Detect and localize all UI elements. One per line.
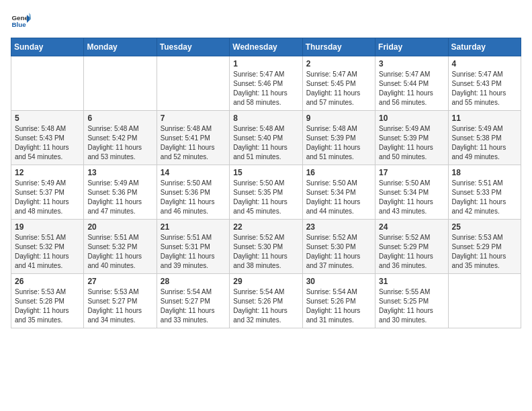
calendar-cell: 31Sunrise: 5:55 AMSunset: 5:25 PMDayligh… xyxy=(375,274,448,328)
calendar-cell: 4Sunrise: 5:47 AMSunset: 5:43 PMDaylight… xyxy=(448,56,521,111)
cell-text: Sunset: 5:29 PM xyxy=(452,242,517,252)
cell-text: Sunrise: 5:50 AM xyxy=(233,179,298,188)
cell-text: Daylight: 11 hours and 36 minutes. xyxy=(379,252,444,271)
cell-text: Sunset: 5:41 PM xyxy=(161,134,226,143)
cell-text: Sunrise: 5:54 AM xyxy=(161,287,226,297)
cell-text: Sunrise: 5:49 AM xyxy=(15,179,80,188)
calendar-cell: 3Sunrise: 5:47 AMSunset: 5:44 PMDaylight… xyxy=(375,56,448,111)
day-number: 17 xyxy=(379,168,444,177)
cell-text: Daylight: 11 hours and 52 minutes. xyxy=(161,143,226,162)
cell-text: Daylight: 11 hours and 41 minutes. xyxy=(15,252,80,271)
day-header-wednesday: Wednesday xyxy=(230,38,302,56)
cell-text: Daylight: 11 hours and 38 minutes. xyxy=(233,252,298,271)
cell-text: Daylight: 11 hours and 51 minutes. xyxy=(306,143,371,162)
day-header-friday: Friday xyxy=(375,38,448,56)
day-number: 14 xyxy=(161,168,226,177)
day-number: 3 xyxy=(379,59,444,68)
cell-text: Sunrise: 5:53 AM xyxy=(452,233,517,242)
calendar-cell: 16Sunrise: 5:50 AMSunset: 5:34 PMDayligh… xyxy=(302,165,375,220)
cell-text: Sunset: 5:43 PM xyxy=(15,134,80,143)
calendar-cell: 24Sunrise: 5:52 AMSunset: 5:29 PMDayligh… xyxy=(375,220,448,274)
calendar-week-3: 12Sunrise: 5:49 AMSunset: 5:37 PMDayligh… xyxy=(11,165,521,220)
cell-text: Sunset: 5:28 PM xyxy=(15,297,80,306)
cell-text: Daylight: 11 hours and 37 minutes. xyxy=(306,252,371,271)
calendar-cell: 25Sunrise: 5:53 AMSunset: 5:29 PMDayligh… xyxy=(448,220,521,274)
logo: General Blue xyxy=(11,11,34,31)
cell-text: Sunset: 5:31 PM xyxy=(161,242,226,252)
cell-text: Daylight: 11 hours and 46 minutes. xyxy=(161,197,226,216)
cell-text: Daylight: 11 hours and 30 minutes. xyxy=(379,306,444,325)
cell-text: Daylight: 11 hours and 49 minutes. xyxy=(452,143,517,162)
day-number: 13 xyxy=(87,168,152,177)
day-number: 11 xyxy=(452,113,517,123)
cell-text: Sunrise: 5:47 AM xyxy=(379,70,444,79)
calendar-week-1: 1Sunrise: 5:47 AMSunset: 5:46 PMDaylight… xyxy=(11,56,521,111)
calendar-cell: 30Sunrise: 5:54 AMSunset: 5:26 PMDayligh… xyxy=(302,274,375,328)
cell-text: Sunset: 5:35 PM xyxy=(233,188,298,197)
cell-text: Daylight: 11 hours and 50 minutes. xyxy=(379,143,444,162)
day-number: 19 xyxy=(15,222,80,232)
cell-text: Sunset: 5:30 PM xyxy=(306,242,371,252)
cell-text: Sunrise: 5:50 AM xyxy=(306,179,371,188)
cell-text: Sunset: 5:26 PM xyxy=(306,297,371,306)
day-number: 7 xyxy=(161,113,226,123)
cell-text: Daylight: 11 hours and 47 minutes. xyxy=(87,197,152,216)
calendar-cell xyxy=(448,274,521,328)
cell-text: Sunrise: 5:48 AM xyxy=(233,124,298,134)
cell-text: Sunrise: 5:54 AM xyxy=(233,287,298,297)
logo-icon: General Blue xyxy=(11,11,31,31)
cell-text: Daylight: 11 hours and 53 minutes. xyxy=(87,143,152,162)
calendar-cell: 9Sunrise: 5:48 AMSunset: 5:39 PMDaylight… xyxy=(302,111,375,165)
calendar-cell: 14Sunrise: 5:50 AMSunset: 5:36 PMDayligh… xyxy=(157,165,229,220)
cell-text: Sunset: 5:42 PM xyxy=(87,134,152,143)
day-number: 18 xyxy=(452,168,517,177)
calendar-cell xyxy=(157,56,229,111)
calendar-week-2: 5Sunrise: 5:48 AMSunset: 5:43 PMDaylight… xyxy=(11,111,521,165)
day-number: 15 xyxy=(233,168,298,177)
cell-text: Sunrise: 5:48 AM xyxy=(161,124,226,134)
cell-text: Daylight: 11 hours and 58 minutes. xyxy=(233,89,298,107)
calendar-week-4: 19Sunrise: 5:51 AMSunset: 5:32 PMDayligh… xyxy=(11,220,521,274)
cell-text: Daylight: 11 hours and 54 minutes. xyxy=(15,143,80,162)
day-header-monday: Monday xyxy=(84,38,157,56)
calendar: SundayMondayTuesdayWednesdayThursdayFrid… xyxy=(11,38,521,328)
cell-text: Sunrise: 5:50 AM xyxy=(379,179,444,188)
cell-text: Sunrise: 5:47 AM xyxy=(452,70,517,79)
cell-text: Sunrise: 5:52 AM xyxy=(379,233,444,242)
cell-text: Daylight: 11 hours and 45 minutes. xyxy=(233,197,298,216)
cell-text: Daylight: 11 hours and 42 minutes. xyxy=(452,197,517,216)
day-number: 24 xyxy=(379,222,444,232)
calendar-cell: 28Sunrise: 5:54 AMSunset: 5:27 PMDayligh… xyxy=(157,274,229,328)
cell-text: Sunrise: 5:53 AM xyxy=(15,287,80,297)
day-number: 28 xyxy=(161,277,226,286)
cell-text: Sunset: 5:26 PM xyxy=(233,297,298,306)
day-number: 21 xyxy=(161,222,226,232)
cell-text: Sunset: 5:36 PM xyxy=(87,188,152,197)
cell-text: Sunrise: 5:47 AM xyxy=(233,70,298,79)
calendar-cell: 26Sunrise: 5:53 AMSunset: 5:28 PMDayligh… xyxy=(11,274,84,328)
day-number: 6 xyxy=(87,113,152,123)
cell-text: Sunrise: 5:51 AM xyxy=(452,179,517,188)
cell-text: Sunrise: 5:49 AM xyxy=(452,124,517,134)
calendar-week-5: 26Sunrise: 5:53 AMSunset: 5:28 PMDayligh… xyxy=(11,274,521,328)
cell-text: Daylight: 11 hours and 48 minutes. xyxy=(15,197,80,216)
cell-text: Sunrise: 5:52 AM xyxy=(233,233,298,242)
cell-text: Sunrise: 5:47 AM xyxy=(306,70,371,79)
cell-text: Sunset: 5:43 PM xyxy=(452,79,517,89)
calendar-cell: 21Sunrise: 5:51 AMSunset: 5:31 PMDayligh… xyxy=(157,220,229,274)
calendar-cell xyxy=(11,56,84,111)
cell-text: Daylight: 11 hours and 43 minutes. xyxy=(379,197,444,216)
calendar-cell: 6Sunrise: 5:48 AMSunset: 5:42 PMDaylight… xyxy=(84,111,157,165)
cell-text: Sunset: 5:45 PM xyxy=(306,79,371,89)
calendar-cell: 7Sunrise: 5:48 AMSunset: 5:41 PMDaylight… xyxy=(157,111,229,165)
cell-text: Sunrise: 5:48 AM xyxy=(306,124,371,134)
calendar-cell: 11Sunrise: 5:49 AMSunset: 5:38 PMDayligh… xyxy=(448,111,521,165)
calendar-cell: 20Sunrise: 5:51 AMSunset: 5:32 PMDayligh… xyxy=(84,220,157,274)
day-number: 2 xyxy=(306,59,371,68)
cell-text: Sunset: 5:32 PM xyxy=(15,242,80,252)
calendar-cell: 12Sunrise: 5:49 AMSunset: 5:37 PMDayligh… xyxy=(11,165,84,220)
cell-text: Sunrise: 5:48 AM xyxy=(87,124,152,134)
calendar-cell: 23Sunrise: 5:52 AMSunset: 5:30 PMDayligh… xyxy=(302,220,375,274)
cell-text: Sunrise: 5:54 AM xyxy=(306,287,371,297)
cell-text: Sunset: 5:36 PM xyxy=(161,188,226,197)
